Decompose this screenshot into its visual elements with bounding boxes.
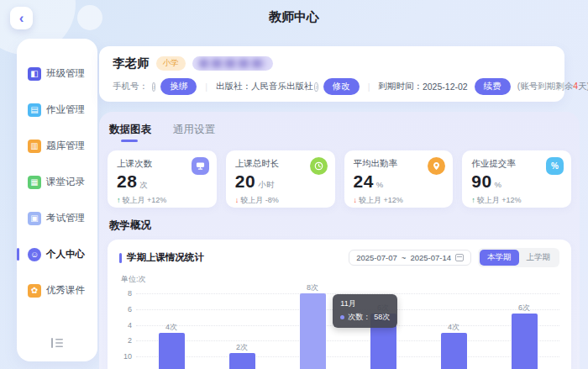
sidebar: ◧ 班级管理 ▤ 作业管理 ▥ 题库管理 ▦ 课堂记录 ▣ 考试管理 ☺ 个人中… (17, 39, 97, 361)
sidebar-item-label: 作业管理 (46, 103, 85, 116)
sidebar-item-label: 班级管理 (46, 67, 85, 80)
page-title: 教师中心 (0, 9, 588, 25)
y-tick: 6 (119, 305, 132, 314)
class-record-icon: ▦ (28, 176, 41, 189)
bar[interactable]: 4次 (441, 333, 467, 369)
calendar-icon (455, 254, 464, 261)
phone-label: 手机号： (113, 81, 148, 92)
stat-value: 20小时 (235, 171, 326, 192)
trend-down-icon: ↓ (354, 196, 358, 204)
school-badge-masked (192, 56, 273, 71)
trend-down-icon: ↓ (235, 196, 239, 204)
bar[interactable]: 8次 (300, 293, 326, 369)
bar[interactable]: 2次 (229, 353, 255, 369)
homework-icon: ▤ (28, 103, 41, 117)
date-range-picker[interactable]: 2025-07-07 ~ 2025-07-14 (349, 250, 471, 266)
series-dot-icon (340, 315, 344, 319)
section-title-teaching-overview: 教学概况 (109, 219, 571, 233)
date-start: 2025-07-07 (356, 253, 397, 262)
toggle-last-semester[interactable]: 上学期 (519, 250, 559, 266)
sidebar-item-question-bank[interactable]: ▥ 题库管理 (28, 128, 97, 164)
bar[interactable]: 4次 (159, 333, 185, 369)
change-bind-button[interactable]: 换绑 (160, 78, 197, 95)
tooltip-title: 11月 (340, 298, 390, 309)
y-axis-unit-label: 单位:次 (121, 274, 559, 285)
stat-value: 28次 (117, 171, 207, 192)
chart-title: 学期上课情况统计 (127, 251, 204, 264)
edit-publisher-button[interactable]: 修改 (323, 78, 360, 95)
clock-icon (310, 157, 328, 175)
stat-trend: ↑较上月 +12% (117, 195, 207, 206)
chart-card: 学期上课情况统计 2025-07-07 ~ 2025-07-14 本学期 上学期… (108, 240, 571, 369)
publisher-value: 人民音乐出版社 (251, 81, 313, 92)
bar-value-label: 4次 (165, 322, 177, 333)
sidebar-item-class-management[interactable]: ◧ 班级管理 (28, 55, 97, 92)
toggle-current-semester[interactable]: 本学期 (480, 250, 519, 266)
tab-general-settings[interactable]: 通用设置 (173, 123, 215, 142)
title-marker (119, 253, 122, 263)
sidebar-item-label: 课堂记录 (46, 176, 85, 188)
publisher-label: 出版社： (216, 81, 251, 92)
y-tick: 2 (119, 336, 132, 345)
sidebar-item-personal-center[interactable]: ☺ 个人中心 (28, 236, 97, 272)
y-tick: 4 (119, 321, 132, 329)
stat-card-lesson-count[interactable]: 上课次数 28次 ↑较上月 +12% (108, 150, 217, 208)
sidebar-item-label: 题库管理 (46, 140, 85, 152)
divider: | (368, 82, 370, 92)
sidebar-item-label: 个人中心 (46, 248, 85, 261)
trend-up-icon: ↑ (117, 196, 121, 204)
stat-unit: 小时 (258, 180, 275, 189)
profile-card: 李老师 小学 手机号： i 换绑 | 出版社： 人民音乐出版社 i 修改 | 到… (99, 46, 564, 102)
percent-icon: % (546, 157, 564, 175)
stat-card-attendance-rate[interactable]: 平均出勤率 24% ↓较上月 +12% (344, 150, 454, 208)
sidebar-item-exam-management[interactable]: ▣ 考试管理 (28, 200, 97, 236)
courseware-icon: ✿ (28, 284, 41, 298)
question-bank-icon: ▥ (28, 140, 41, 153)
class-icon: ◧ (28, 67, 41, 81)
tooltip-series-label: 次数： (348, 312, 370, 323)
expire-label: 到期时间： (378, 81, 423, 92)
sidebar-item-excellent-courseware[interactable]: ✿ 优秀课件 (28, 272, 97, 308)
y-tick: 10 (119, 352, 132, 361)
expire-date: 2025-12-02 (423, 82, 468, 92)
stat-value: 90% (471, 171, 562, 192)
bar[interactable]: 6次 (512, 314, 538, 369)
chart-tooltip: 11月 次数： 58次 (333, 294, 397, 328)
stat-cards: 上课次数 28次 ↑较上月 +12% 上课总时长 20小时 ↓较上月 -8% 平… (108, 150, 571, 208)
teacher-name: 李老师 (113, 55, 150, 71)
divider: | (205, 82, 207, 92)
tab-bar: 数据图表 通用设置 (108, 123, 571, 142)
collapse-icon (51, 338, 63, 348)
presentation-icon (192, 157, 209, 175)
stat-trend: ↑较上月 +12% (471, 195, 562, 206)
sidebar-collapse-button[interactable] (17, 338, 97, 348)
info-icon[interactable]: i (152, 82, 155, 92)
tooltip-value: 58次 (374, 312, 390, 323)
bar-chart-plot: 8 6 4 2 10 0 4次 2次 8次 6次 4次 6次 11月 次数： 5… (136, 293, 559, 369)
sidebar-item-class-record[interactable]: ▦ 课堂记录 (28, 164, 97, 200)
exam-icon: ▣ (28, 212, 41, 225)
info-icon[interactable]: i (314, 82, 318, 92)
stat-value: 24% (354, 171, 444, 192)
trend-up-icon: ↑ (471, 196, 475, 204)
sidebar-item-label: 优秀课件 (46, 284, 85, 297)
stat-unit: % (495, 180, 502, 189)
expire-note: (账号到期剩余4天) (517, 81, 588, 92)
date-end: 2025-07-14 (410, 253, 451, 262)
bar-value-label: 8次 (307, 282, 318, 293)
stat-trend: ↓较上月 +12% (354, 195, 444, 206)
profile-icon: ☺ (28, 248, 41, 261)
tab-data-charts[interactable]: 数据图表 (109, 123, 151, 142)
stat-unit: 次 (139, 180, 148, 189)
stat-card-homework-rate[interactable]: 作业提交率 % 90% ↑较上月 +12% (462, 150, 571, 208)
renew-button[interactable]: 续费 (475, 78, 511, 95)
sidebar-item-homework-management[interactable]: ▤ 作业管理 (28, 92, 97, 128)
stat-unit: % (376, 180, 384, 189)
level-badge: 小学 (156, 56, 186, 71)
sidebar-item-label: 考试管理 (46, 212, 85, 224)
y-tick: 8 (119, 289, 132, 298)
bar-value-label: 4次 (448, 322, 459, 333)
top-header: ‹ 教师中心 (0, 0, 588, 34)
stat-card-total-hours[interactable]: 上课总时长 20小时 ↓较上月 -8% (226, 150, 335, 208)
semester-toggle: 本学期 上学期 (478, 248, 559, 267)
